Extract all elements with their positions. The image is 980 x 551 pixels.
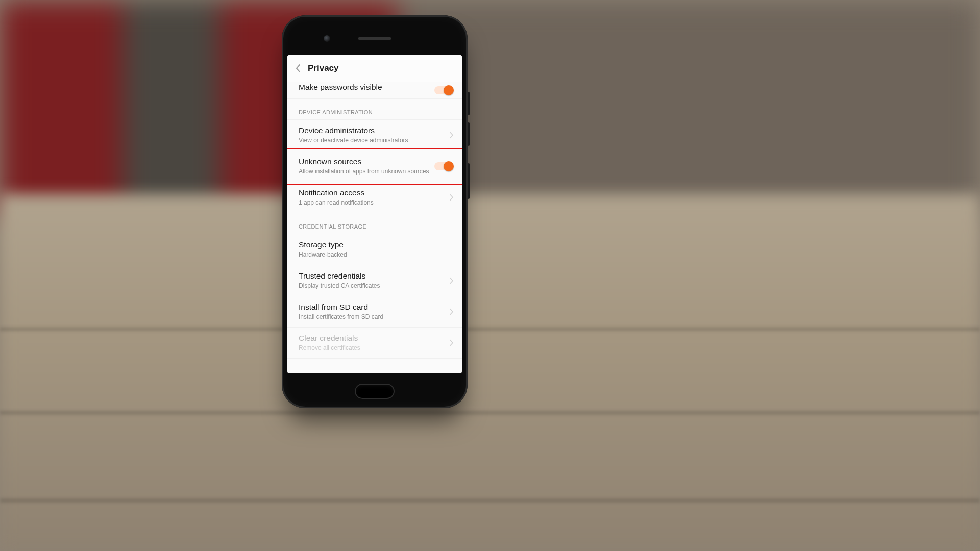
- row-subtext: Install certificates from SD card: [299, 313, 451, 321]
- phone-screen: Privacy Make passwords visible DEVICE AD…: [287, 55, 462, 373]
- settings-list: Make passwords visible DEVICE ADMINISTRA…: [287, 82, 462, 359]
- row-label: Storage type: [299, 240, 451, 250]
- chevron-right-icon: [450, 132, 454, 139]
- background-wall: [0, 0, 980, 214]
- row-label: Install from SD card: [299, 302, 451, 312]
- background-table: [0, 194, 980, 551]
- row-label: Trusted credentials: [299, 271, 451, 281]
- phone-front-camera: [324, 35, 330, 42]
- table-plank-gap: [0, 499, 980, 502]
- phone-side-button: [468, 92, 470, 115]
- row-label: Unknown sources: [299, 157, 451, 167]
- titlebar: Privacy: [287, 55, 462, 82]
- row-label: Make passwords visible: [299, 82, 451, 92]
- section-device-administration: DEVICE ADMINISTRATION: [287, 99, 462, 120]
- chevron-right-icon: [450, 309, 454, 315]
- row-install-from-sd[interactable]: Install from SD card Install certificate…: [287, 296, 462, 328]
- row-subtext: Hardware-backed: [299, 251, 451, 259]
- table-plank-gap: [0, 411, 980, 414]
- table-plank-gap: [0, 328, 980, 331]
- row-subtext: Display trusted CA certificates: [299, 282, 451, 290]
- page-title: Privacy: [308, 63, 339, 73]
- toggle-knob: [444, 85, 454, 95]
- toggle-make-passwords-visible[interactable]: [434, 86, 453, 94]
- toggle-knob: [444, 161, 454, 171]
- toggle-unknown-sources[interactable]: [434, 162, 453, 170]
- phone-body: Privacy Make passwords visible DEVICE AD…: [282, 15, 468, 408]
- chevron-right-icon: [450, 340, 454, 346]
- row-label: Notification access: [299, 188, 451, 198]
- row-subtext: Allow installation of apps from unknown …: [299, 168, 451, 176]
- chevron-right-icon: [450, 194, 454, 201]
- row-device-administrators[interactable]: Device administrators View or deactivate…: [287, 120, 462, 151]
- scene-photo: Privacy Make passwords visible DEVICE AD…: [0, 0, 980, 551]
- row-label: Device administrators: [299, 126, 451, 136]
- phone-side-button: [468, 122, 470, 146]
- back-button[interactable]: [292, 63, 304, 74]
- chevron-right-icon: [450, 278, 454, 284]
- row-subtext: Remove all certificates: [299, 344, 451, 352]
- row-subtext: 1 app can read notifications: [299, 199, 451, 207]
- row-make-passwords-visible[interactable]: Make passwords visible: [287, 82, 462, 99]
- phone-home-button[interactable]: [355, 384, 395, 399]
- phone-earpiece: [358, 37, 391, 40]
- phone-side-button: [468, 163, 470, 199]
- section-credential-storage: CREDENTIAL STORAGE: [287, 213, 462, 234]
- row-trusted-credentials[interactable]: Trusted credentials Display trusted CA c…: [287, 265, 462, 296]
- row-subtext: View or deactivate device administrators: [299, 137, 451, 144]
- row-clear-credentials: Clear credentials Remove all certificate…: [287, 328, 462, 359]
- row-unknown-sources[interactable]: Unknown sources Allow installation of ap…: [287, 151, 462, 182]
- row-notification-access[interactable]: Notification access 1 app can read notif…: [287, 182, 462, 213]
- row-label: Clear credentials: [299, 333, 451, 343]
- chevron-left-icon: [296, 64, 301, 72]
- row-storage-type[interactable]: Storage type Hardware-backed: [287, 234, 462, 265]
